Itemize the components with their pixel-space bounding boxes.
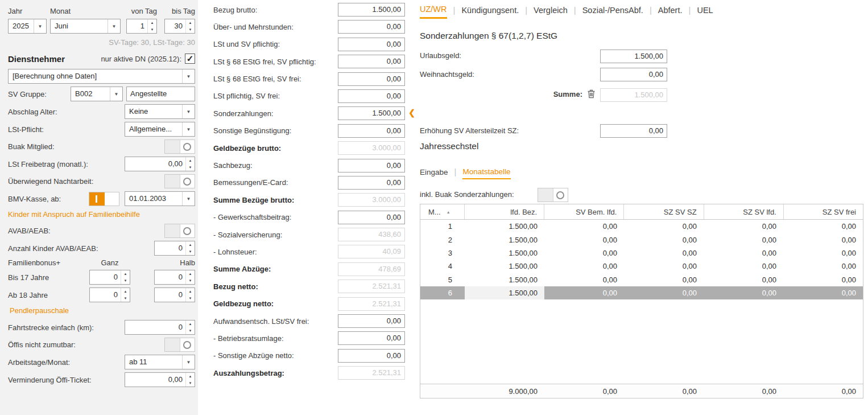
toggle-off-segment[interactable] — [180, 224, 195, 237]
table-cell[interactable]: 0,00 — [544, 273, 624, 286]
table-cell[interactable]: 5 — [420, 273, 465, 286]
table-cell[interactable]: 0,00 — [544, 260, 624, 273]
table-cell[interactable]: 0,00 — [624, 220, 704, 233]
table-row[interactable]: 51.500,000,000,000,000,00 — [420, 273, 863, 286]
toggle-on-segment[interactable] — [165, 175, 180, 188]
lst-freibetrag-stepper[interactable]: 0,00 ▲▼ — [125, 157, 195, 171]
avab-toggle[interactable] — [164, 224, 195, 238]
erhoehung-sv-field[interactable]: 0,00 — [600, 124, 667, 138]
spin-up-icon[interactable]: ▲ — [186, 19, 195, 26]
spin-up-icon[interactable]: ▲ — [186, 321, 195, 327]
amount-field[interactable]: 0,00 — [338, 124, 405, 138]
table-cell[interactable]: 0,00 — [624, 246, 704, 260]
table-cell[interactable]: 0,00 — [624, 233, 704, 246]
table-cell[interactable]: 1.500,00 — [465, 286, 544, 299]
ab18-halb-stepper[interactable]: 0 ▲▼ — [154, 287, 195, 302]
anzahl-kinder-stepper[interactable]: 0 ▲▼ — [154, 241, 195, 256]
amount-field[interactable]: 0,00 — [338, 159, 405, 172]
amount-field[interactable]: 0,00 — [338, 349, 405, 363]
table-cell[interactable]: 1.500,00 — [465, 260, 544, 273]
table-cell[interactable]: 0,00 — [624, 273, 704, 286]
table-cell[interactable]: 0,00 — [544, 246, 624, 260]
table-cell[interactable]: 0,00 — [704, 233, 783, 246]
column-header[interactable]: SZ SV lfd. — [704, 204, 784, 219]
toggle-on-segment[interactable] — [165, 224, 180, 237]
table-cell[interactable]: 6 — [420, 286, 465, 299]
spin-down-icon[interactable]: ▼ — [186, 327, 195, 334]
table-cell[interactable]: 2 — [420, 233, 465, 246]
table-cell[interactable]: 0,00 — [704, 273, 783, 286]
toggle-on-segment[interactable] — [165, 140, 180, 153]
dropdown-icon[interactable]: ▼ — [182, 105, 195, 118]
oeffis-toggle[interactable] — [164, 338, 195, 352]
jahr-select[interactable]: 2025 ▼ — [8, 19, 47, 34]
tab-abfert[interactable]: Abfert. — [658, 6, 683, 18]
amount-field[interactable]: 0,00 — [338, 55, 405, 68]
active-dn-checkbox[interactable]: ✓ — [185, 54, 195, 64]
spin-down-icon[interactable]: ▼ — [121, 295, 130, 302]
toggle-on-segment[interactable] — [89, 192, 105, 206]
spin-up-icon[interactable]: ▲ — [121, 270, 130, 277]
arbeitstage-select[interactable]: ab 11 ▼ — [125, 355, 195, 369]
table-cell[interactable]: 0,00 — [544, 286, 624, 299]
amount-field[interactable]: 0,00 — [338, 89, 405, 103]
spin-down-icon[interactable]: ▼ — [186, 295, 195, 302]
tab-uel[interactable]: UEL — [697, 6, 713, 18]
column-header[interactable]: M...▲ — [420, 204, 465, 219]
amount-field[interactable]: 0,00 — [338, 72, 405, 86]
amount-field[interactable]: 0,00 — [338, 314, 405, 328]
toggle-off-segment[interactable] — [180, 140, 195, 153]
column-header[interactable]: SZ SV SZ — [624, 204, 704, 219]
dropdown-icon[interactable]: ▼ — [34, 19, 46, 33]
spin-up-icon[interactable]: ▲ — [186, 373, 195, 380]
table-cell[interactable]: 1.500,00 — [465, 246, 544, 260]
sv-gruppe-name-field[interactable]: Angestellte — [126, 87, 195, 101]
table-row[interactable]: 31.500,000,000,000,000,00 — [420, 246, 863, 260]
verminderung-stepper[interactable]: 0,00 ▲▼ — [125, 372, 195, 387]
table-cell[interactable]: 1.500,00 — [465, 233, 544, 246]
table-row[interactable]: 21.500,000,000,000,000,00 — [420, 233, 863, 246]
table-cell[interactable]: 0,00 — [704, 260, 783, 273]
table-cell[interactable]: 0,00 — [783, 233, 863, 246]
spin-up-icon[interactable]: ▲ — [186, 270, 195, 277]
table-cell[interactable]: 4 — [420, 260, 465, 273]
ab18-ganz-stepper[interactable]: 0 ▲▼ — [89, 287, 130, 302]
amount-field[interactable]: 0,00 — [338, 38, 405, 51]
table-cell[interactable]: 1.500,00 — [465, 220, 544, 233]
dropdown-icon[interactable]: ▼ — [182, 122, 195, 136]
tab-monatstabelle[interactable]: Monatstabelle — [462, 167, 510, 179]
amount-field[interactable]: 0,00 — [338, 331, 405, 345]
dienstnehmer-select[interactable]: [Berechnung ohne Daten] ▼ — [8, 69, 195, 84]
dropdown-icon[interactable]: ▼ — [108, 19, 120, 33]
column-header[interactable]: SV Bem. lfd. — [544, 204, 624, 219]
bis17-ganz-stepper[interactable]: 0 ▲▼ — [89, 270, 130, 285]
table-row[interactable]: 61.500,000,000,000,000,00 — [420, 286, 863, 299]
bis-tag-stepper[interactable]: 30 ▲▼ — [164, 19, 195, 34]
tab-eingabe[interactable]: Eingabe — [420, 168, 448, 179]
toggle-off-segment[interactable] — [553, 188, 568, 202]
table-cell[interactable]: 0,00 — [783, 260, 863, 273]
table-row[interactable]: 41.500,000,000,000,000,00 — [420, 260, 863, 273]
tab-uz-wr[interactable]: UZ/WR — [420, 5, 447, 19]
bis17-halb-stepper[interactable]: 0 ▲▼ — [154, 270, 195, 285]
fahrtstrecke-stepper[interactable]: 0 ▲▼ — [125, 320, 195, 335]
toggle-off-segment[interactable] — [105, 192, 119, 206]
nachtarbeit-toggle[interactable] — [164, 174, 195, 188]
bmv-date-select[interactable]: 01.01.2003 ▼ — [125, 191, 195, 206]
table-cell[interactable]: 0,00 — [783, 220, 863, 233]
tab-kuendigungsent[interactable]: Kündigungsent. — [461, 6, 519, 18]
amount-field[interactable]: 0,00 — [338, 20, 405, 34]
abschlag-alter-select[interactable]: Keine ▼ — [125, 104, 195, 119]
spin-down-icon[interactable]: ▼ — [186, 164, 195, 171]
table-cell[interactable]: 0,00 — [544, 233, 624, 246]
table-row[interactable]: 11.500,000,000,000,000,00 — [420, 220, 863, 233]
toggle-on-segment[interactable] — [165, 338, 180, 351]
bmv-kasse-toggle[interactable] — [89, 192, 119, 206]
amount-field[interactable]: 0,00 — [338, 176, 405, 190]
table-cell[interactable]: 3 — [420, 246, 465, 260]
table-cell[interactable]: 0,00 — [544, 220, 624, 233]
table-cell[interactable]: 0,00 — [704, 286, 783, 299]
spin-up-icon[interactable]: ▲ — [186, 288, 195, 295]
spin-down-icon[interactable]: ▼ — [186, 248, 195, 255]
sv-gruppe-select[interactable]: B002 ▼ — [71, 87, 123, 101]
